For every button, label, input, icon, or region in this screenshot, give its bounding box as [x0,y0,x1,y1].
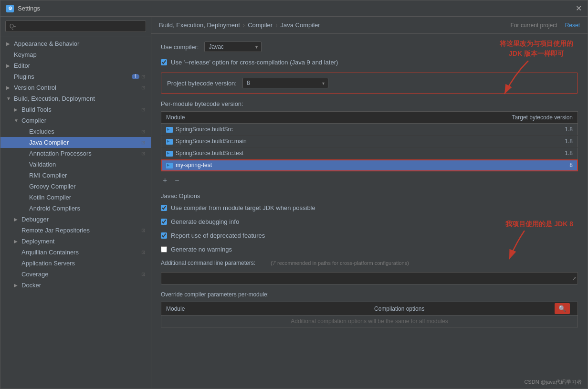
no-warnings-checkbox[interactable] [161,246,167,252]
arrow-icon: ▼ [6,96,11,101]
sidebar-item-deployment[interactable]: ▶ Deployment [0,236,151,247]
sidebar-item-coverage[interactable]: Coverage ⊡ [0,269,151,280]
sidebar-item-keymap[interactable]: Keymap [0,49,151,60]
cmd-hint: ('/' recommended in paths for cross-plat… [271,260,409,266]
sidebar-item-groovy-compiler[interactable]: Groovy Compiler [0,181,151,192]
report-deprecated-checkbox[interactable] [161,232,167,239]
override-compilation-col: Compilation options [369,302,553,315]
table-row-selected[interactable]: my-spring-test 8 [161,159,578,171]
sidebar-item-version-control[interactable]: ▶ Version Control ⊡ [0,82,151,93]
copy-icon: ⊡ [141,129,145,134]
cmd-label-row: Additional command line parameters: ('/'… [161,260,578,269]
sidebar-item-build-exec[interactable]: ▼ Build, Execution, Deployment [0,93,151,104]
reset-link[interactable]: Reset [565,22,580,29]
sidebar-item-label: Appearance & Behavior [14,40,145,47]
arrow-icon: ▶ [14,217,19,222]
sidebar-item-label: Java Compiler [29,139,139,146]
bytecode-select[interactable]: 8 11 17 [242,78,328,88]
sidebar-item-app-servers[interactable]: Application Servers [0,258,151,269]
search-button[interactable]: 🔍 [555,303,570,314]
sidebar-item-plugins[interactable]: Plugins 1 ⊡ [0,71,151,82]
copy-icon: ⊡ [141,228,145,233]
module-version: 1.8 [395,147,578,159]
arrow-icon: ▶ [6,63,11,68]
watermark: CSDN @java代码学习者 [151,376,588,389]
table-row[interactable]: SpringSource.buildSrc.main 1.8 [161,136,578,147]
sidebar-item-build-tools[interactable]: ▶ Build Tools ⊡ [0,104,151,115]
remove-module-button[interactable]: − [173,176,181,185]
compiler-select[interactable]: Javac [204,42,262,52]
target-col-header: Target bytecode version [395,112,578,124]
search-input[interactable] [5,21,146,32]
cmd-label: Additional command line parameters: [161,260,255,266]
sidebar-item-appearance[interactable]: ▶ Appearance & Behavior [0,38,151,49]
sidebar-item-label: Build, Execution, Deployment [14,95,145,102]
release-option-checkbox[interactable] [161,59,167,65]
title-bar-left: ⚙ Settings [6,5,40,12]
generate-debug-label: Generate debugging info [171,218,239,225]
module-name: SpringSource.buildSrc.test [161,147,395,159]
sidebar-item-arquillian[interactable]: Arquillian Containers ⊡ [0,247,151,258]
sidebar-item-label: Keymap [14,51,145,58]
sidebar-item-label: Groovy Compiler [29,183,145,190]
generate-debug-row: Generate debugging info [161,218,578,225]
release-option-row: Use '--release' option for cross-compila… [161,59,578,66]
sidebar-item-label: Excludes [29,128,139,135]
release-option-label: Use '--release' option for cross-compila… [171,59,338,66]
copy-icon: ⊡ [141,85,145,90]
sidebar-item-label: Version Control [14,84,139,91]
expand-icon: ⤢ [572,276,576,281]
sidebar-item-label: RMI Compiler [29,172,145,179]
sidebar-item-excludes[interactable]: Excludes ⊡ [0,126,151,137]
sidebar-item-label: Kotlin Compiler [29,194,145,201]
sidebar: ▶ Appearance & Behavior Keymap ▶ Editor … [0,17,151,389]
sidebar-item-compiler[interactable]: ▼ Compiler [0,115,151,126]
sidebar-item-editor[interactable]: ▶ Editor [0,60,151,71]
sidebar-item-label: Application Servers [21,260,145,267]
cmd-input[interactable] [161,272,578,284]
arrow-icon: ▶ [14,107,19,112]
cmd-input-wrapper: ⤢ [161,272,578,284]
use-compiler-label: Use compiler: [161,43,199,51]
table-row[interactable]: SpringSource.buildSrc 1.8 [161,124,578,136]
add-module-button[interactable]: + [161,176,169,185]
breadcrumb-bar: Build, Execution, Deployment › Compiler … [151,17,588,34]
search-cell: 🔍 [553,302,578,315]
generate-debug-checkbox[interactable] [161,219,167,225]
module-table: Module Target bytecode version SpringSou… [161,111,578,171]
close-button[interactable]: ✕ [576,4,582,13]
report-deprecated-label: Report use of deprecated features [171,232,265,239]
sidebar-item-label: Arquillian Containers [21,249,139,256]
title-bar: ⚙ Settings ✕ [0,0,588,17]
sidebar-item-java-compiler[interactable]: Java Compiler ⊡ [0,137,151,148]
sidebar-item-android-compilers[interactable]: Android Compilers [0,203,151,214]
use-compiler-row: Use compiler: Javac [161,42,578,52]
sidebar-tree: ▶ Appearance & Behavior Keymap ▶ Editor … [0,36,151,389]
use-module-target-jdk-row: Use compiler from module target JDK when… [161,204,578,211]
sidebar-item-label: Deployment [21,238,145,245]
sidebar-item-label: Build Tools [21,106,139,113]
module-name: my-spring-test [161,159,395,171]
table-row[interactable]: SpringSource.buildSrc.test 1.8 [161,147,578,159]
bytecode-label: Project bytecode version: [167,80,237,87]
override-hint-row: Additional compilation options will be t… [161,315,578,327]
sidebar-item-remote-jar[interactable]: Remote Jar Repositories ⊡ [0,225,151,236]
no-warnings-label: Generate no warnings [171,246,232,253]
sidebar-item-validation[interactable]: Validation [0,159,151,170]
sidebar-item-label: Validation [29,161,145,168]
sidebar-item-docker[interactable]: ▶ Docker [0,280,151,291]
compiler-select-wrapper: Javac [204,42,262,52]
sidebar-item-annotation-processors[interactable]: Annotation Processors ⊡ [0,148,151,159]
module-icon [166,163,173,168]
module-version: 8 [395,159,578,171]
javac-options-section: Javac Options Use compiler from module t… [161,192,578,253]
breadcrumb-right: For current project Reset [511,22,580,29]
sidebar-item-kotlin-compiler[interactable]: Kotlin Compiler [0,192,151,203]
module-name: SpringSource.buildSrc [161,124,395,136]
use-module-target-jdk-checkbox[interactable] [161,205,167,211]
sidebar-item-debugger[interactable]: ▶ Debugger [0,214,151,225]
module-icon [166,151,173,157]
sidebar-item-label: Docker [21,282,145,289]
sidebar-item-rmi-compiler[interactable]: RMI Compiler [0,170,151,181]
use-module-target-jdk-label: Use compiler from module target JDK when… [171,204,315,211]
